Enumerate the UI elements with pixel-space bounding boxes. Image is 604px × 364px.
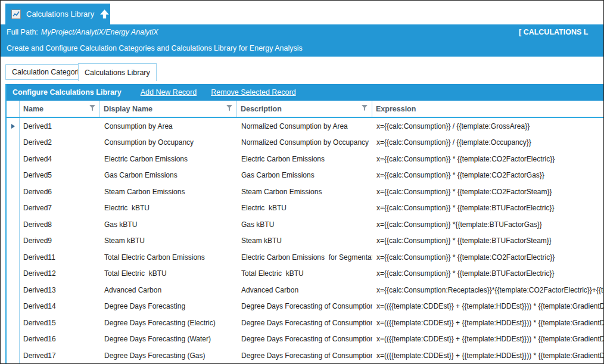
row-indicator-cell[interactable] bbox=[7, 266, 20, 282]
cell-display-name[interactable]: Electric Carbon Emissions bbox=[100, 151, 237, 167]
column-header-name[interactable]: Name bbox=[20, 101, 100, 117]
cell-expression[interactable]: x={{calc:Consumption}} * {{template:BTUF… bbox=[372, 200, 604, 217]
row-indicator-cell[interactable] bbox=[7, 298, 20, 315]
cell-display-name[interactable]: Degree Days Forecasting bbox=[100, 298, 237, 315]
tab-calculations-library-page[interactable]: Calculations Library bbox=[78, 63, 157, 81]
funnel-filter-icon[interactable] bbox=[89, 105, 95, 113]
column-header-expression[interactable]: Expression bbox=[372, 101, 604, 117]
column-header-display-name[interactable]: Display Name bbox=[100, 101, 237, 117]
cell-expression[interactable]: x={{calc:Consumption}} * {{template:CO2F… bbox=[372, 183, 604, 200]
table-row[interactable]: Derived17 Degree Days Forecasting (Gas) … bbox=[7, 347, 604, 364]
cell-name[interactable]: Derived7 bbox=[20, 200, 100, 217]
cell-display-name[interactable]: Steam kBTU bbox=[100, 233, 237, 250]
row-indicator-cell[interactable] bbox=[7, 151, 20, 167]
cell-description[interactable]: Degree Days Forecasting of Consumption bbox=[237, 347, 372, 364]
row-indicator-cell[interactable] bbox=[7, 135, 20, 151]
cell-display-name[interactable]: Degree Days Forecasting (Electric) bbox=[100, 315, 237, 331]
cell-expression[interactable]: x={{calc:Consumption}} * {{template:CO2F… bbox=[372, 151, 604, 167]
cell-display-name[interactable]: Consumption by Area bbox=[100, 118, 237, 135]
table-row[interactable]: Derived2 Consumption by Occupancy Normal… bbox=[7, 135, 604, 151]
table-row[interactable]: Derived15 Degree Days Forecasting (Elect… bbox=[7, 315, 604, 331]
row-indicator-cell[interactable] bbox=[7, 200, 20, 217]
cell-display-name[interactable]: Consumption by Occupancy bbox=[100, 135, 237, 151]
cell-description[interactable]: Degree Days Forecasting of Consumption bbox=[237, 315, 372, 331]
row-indicator-cell[interactable] bbox=[7, 167, 20, 184]
cell-expression[interactable]: x={{calc:Consumption}} *{{template:BTUFa… bbox=[372, 216, 604, 233]
cell-name[interactable]: Derived1 bbox=[20, 118, 100, 135]
row-indicator-cell[interactable] bbox=[7, 282, 20, 298]
cell-description[interactable]: Steam Carbon Emissions bbox=[237, 183, 372, 200]
cell-expression[interactable]: x={{calc:Consumption}} / {{template:Gros… bbox=[372, 118, 604, 135]
cell-expression[interactable]: x={{calc:Consumption}} * {{template:CO2F… bbox=[372, 249, 604, 266]
table-row[interactable]: Derived5 Gas Carbon Emissions Gas Carbon… bbox=[7, 167, 604, 184]
table-row[interactable]: Derived11 Total Electric Carbon Emission… bbox=[7, 249, 604, 266]
cell-expression[interactable]: x=(({{template:CDDEst}} + {{template:HDD… bbox=[372, 315, 604, 331]
cell-description[interactable]: Electric Carbon Emissions for Segmentati… bbox=[237, 249, 372, 266]
table-row[interactable]: Derived8 Gas kBTU Gas kBTU x={{calc:Cons… bbox=[7, 216, 604, 233]
row-indicator-cell[interactable] bbox=[7, 315, 20, 331]
cell-expression[interactable]: x=(({{template:CDDEst}} + {{template:HDD… bbox=[372, 347, 604, 364]
cell-display-name[interactable]: Electric kBTU bbox=[100, 200, 237, 217]
cell-name[interactable]: Derived12 bbox=[20, 266, 100, 282]
cell-display-name[interactable]: Gas Carbon Emissions bbox=[100, 167, 237, 184]
cell-name[interactable]: Derived5 bbox=[20, 167, 100, 184]
table-row[interactable]: Derived14 Degree Days Forecasting Degree… bbox=[7, 298, 604, 315]
cell-description[interactable]: Advanced Carbon bbox=[237, 282, 372, 298]
cell-name[interactable]: Derived4 bbox=[20, 151, 100, 167]
cell-description[interactable]: Degree Days Forecasting of Consumption bbox=[237, 331, 372, 348]
cell-description[interactable]: Degree Days Forecasting of Consumption bbox=[237, 298, 372, 315]
close-icon[interactable] bbox=[115, 10, 123, 18]
cell-name[interactable]: Derived14 bbox=[20, 298, 100, 315]
cell-display-name[interactable]: Degree Days Forecasting (Gas) bbox=[100, 347, 237, 364]
cell-name[interactable]: Derived9 bbox=[20, 233, 100, 250]
navigate-up-icon[interactable] bbox=[99, 9, 110, 19]
cell-description[interactable]: Gas kBTU bbox=[237, 216, 372, 233]
cell-description[interactable]: Electric kBTU bbox=[237, 200, 372, 217]
funnel-filter-icon[interactable] bbox=[226, 105, 232, 113]
table-row[interactable]: Derived4 Electric Carbon Emissions Elect… bbox=[7, 151, 604, 167]
cell-name[interactable]: Derived11 bbox=[20, 249, 100, 266]
cell-expression[interactable]: x={{calc:Consumption}} * {{template:CO2F… bbox=[372, 167, 604, 184]
cell-description[interactable]: Steam kBTU bbox=[237, 233, 372, 250]
cell-expression[interactable]: x={{calc:Consumption}} * {{template:BTUF… bbox=[372, 233, 604, 250]
table-row[interactable]: Derived6 Steam Carbon Emissions Steam Ca… bbox=[7, 183, 604, 200]
cell-description[interactable]: Electric Carbon Emissions bbox=[237, 151, 372, 167]
row-indicator-cell[interactable] bbox=[7, 331, 20, 348]
cell-expression[interactable]: x=(({{template:CDDEst}} + {{template:HDD… bbox=[372, 331, 604, 348]
table-row[interactable]: Derived13 Advanced Carbon Advanced Carbo… bbox=[7, 282, 604, 298]
cell-expression[interactable]: x={{calc:Consumption}} / {{template:Occu… bbox=[372, 135, 604, 151]
cell-display-name[interactable]: Total Electric Carbon Emissions bbox=[100, 249, 237, 266]
cell-description[interactable]: Total Electric kBTU bbox=[237, 266, 372, 282]
table-row[interactable]: Derived7 Electric kBTU Electric kBTU x={… bbox=[7, 200, 604, 217]
cell-display-name[interactable]: Steam Carbon Emissions bbox=[100, 183, 237, 200]
remove-selected-record-link[interactable]: Remove Selected Record bbox=[211, 88, 295, 97]
cell-name[interactable]: Derived6 bbox=[20, 183, 100, 200]
cell-expression[interactable]: x=(({{template:CDDEst}} + {{template:HDD… bbox=[372, 298, 604, 315]
cell-display-name[interactable]: Total Electric kBTU bbox=[100, 266, 237, 282]
cell-name[interactable]: Derived2 bbox=[20, 135, 100, 151]
row-indicator-cell[interactable] bbox=[7, 118, 20, 135]
cell-name[interactable]: Derived13 bbox=[20, 282, 100, 298]
cell-expression[interactable]: x={{calc:Consumption}} * {{template:BTUF… bbox=[372, 266, 604, 282]
row-indicator-cell[interactable] bbox=[7, 249, 20, 266]
cell-name[interactable]: Derived8 bbox=[20, 216, 100, 233]
row-indicator-cell[interactable] bbox=[7, 233, 20, 250]
cell-display-name[interactable]: Gas kBTU bbox=[100, 216, 237, 233]
tab-calculations-library[interactable]: Calculations Library bbox=[5, 4, 110, 24]
cell-name[interactable]: Derived16 bbox=[20, 331, 100, 348]
row-indicator-cell[interactable] bbox=[7, 347, 20, 364]
row-indicator-cell[interactable] bbox=[7, 183, 20, 200]
table-row[interactable]: Derived1 Consumption by Area Normalized … bbox=[7, 118, 604, 135]
cell-name[interactable]: Derived15 bbox=[20, 315, 100, 331]
cell-expression[interactable]: x={{calc:Consumption:Receptacles}}*{{tem… bbox=[372, 282, 604, 298]
funnel-filter-icon[interactable] bbox=[362, 105, 368, 113]
cell-description[interactable]: Normalized Consumption by Area bbox=[237, 118, 372, 135]
add-new-record-link[interactable]: Add New Record bbox=[141, 88, 197, 97]
table-row[interactable]: Derived16 Degree Days Forecasting (Water… bbox=[7, 331, 604, 348]
cell-description[interactable]: Gas Carbon Emissions bbox=[237, 167, 372, 184]
cell-name[interactable]: Derived17 bbox=[20, 347, 100, 364]
cell-description[interactable]: Normalized Consumption by Occupancy bbox=[237, 135, 372, 151]
table-row[interactable]: Derived9 Steam kBTU Steam kBTU x={{calc:… bbox=[7, 233, 604, 250]
cell-display-name[interactable]: Advanced Carbon bbox=[100, 282, 237, 298]
row-indicator-cell[interactable] bbox=[7, 216, 20, 233]
